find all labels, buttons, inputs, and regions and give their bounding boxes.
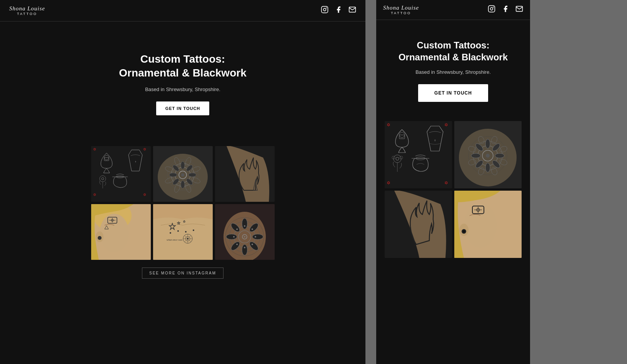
svg-point-54 xyxy=(170,232,171,234)
svg-point-114 xyxy=(486,154,490,158)
svg-text:✡: ✡ xyxy=(387,122,390,128)
svg-point-121 xyxy=(471,153,480,158)
right-instagram-icon[interactable] xyxy=(488,5,495,15)
svg-point-73 xyxy=(244,236,245,238)
left-header-icons xyxy=(321,6,356,15)
svg-text:✡: ✡ xyxy=(387,180,390,186)
svg-point-136 xyxy=(463,230,465,233)
right-logo-name: Shona Louise xyxy=(383,5,419,11)
right-hero-title: Custom Tattoos: Ornamental & Blackwork xyxy=(384,39,522,63)
see-more-button[interactable]: SEE MORE ON INSTAGRAM xyxy=(142,268,223,279)
left-mail-icon[interactable] xyxy=(349,6,356,15)
right-cta-button[interactable]: GET IN TOUCH xyxy=(418,84,488,102)
right-gallery-item-mandala[interactable] xyxy=(454,121,522,188)
left-logo: Shona Louise TATTOO xyxy=(9,5,45,16)
svg-point-1 xyxy=(324,8,326,11)
svg-point-92 xyxy=(493,7,494,7)
right-gallery-item-face[interactable] xyxy=(454,191,522,258)
right-gallery: ✝ ✡ xyxy=(376,121,530,343)
svg-point-2 xyxy=(326,8,327,8)
gallery-item-mandala2[interactable] xyxy=(215,204,275,260)
right-hero: Custom Tattoos: Ornamental & Blackwork B… xyxy=(376,20,530,113)
svg-text:✡: ✡ xyxy=(143,193,146,197)
svg-point-80 xyxy=(226,234,237,239)
gallery-item-chest[interactable]: what once was xyxy=(153,204,213,260)
svg-point-17 xyxy=(158,154,208,200)
svg-point-83 xyxy=(233,236,235,238)
svg-rect-90 xyxy=(489,6,495,12)
left-instagram-icon[interactable] xyxy=(321,6,329,15)
left-hero-title: Custom Tattoos: Ornamental & Blackwork xyxy=(8,52,358,80)
svg-rect-0 xyxy=(322,7,328,13)
svg-point-44 xyxy=(98,236,102,240)
svg-rect-93 xyxy=(385,121,452,188)
right-header: Shona Louise TATTOO xyxy=(376,0,530,20)
svg-point-22 xyxy=(181,173,184,176)
svg-point-25 xyxy=(188,173,196,177)
left-hero-subtitle: Based in Shrewsbury, Shropshire. xyxy=(8,86,358,92)
svg-text:✡: ✡ xyxy=(93,193,96,197)
right-logo-subtitle: TATTOO xyxy=(383,11,419,15)
svg-point-115 xyxy=(485,139,490,148)
svg-point-78 xyxy=(242,244,247,255)
gallery-item-mandala[interactable] xyxy=(153,146,213,202)
svg-point-57 xyxy=(193,229,194,231)
right-gallery-item-sketch[interactable]: ✝ ✡ xyxy=(385,121,452,188)
svg-point-42 xyxy=(100,214,129,252)
svg-text:what once was: what once was xyxy=(167,238,182,241)
left-header: Shona Louise TATTOO xyxy=(0,0,365,22)
svg-point-84 xyxy=(244,247,245,248)
left-gallery: ✝ ✡ ✡ xyxy=(0,146,365,260)
right-header-icons xyxy=(488,5,523,15)
right-panel: Shona Louise TATTOO xyxy=(376,0,530,364)
right-gallery-item-flame[interactable] xyxy=(385,191,452,258)
svg-text:✝: ✝ xyxy=(434,139,436,142)
svg-point-82 xyxy=(255,236,256,238)
svg-text:✡: ✡ xyxy=(444,122,448,128)
left-cta-button[interactable]: GET IN TOUCH xyxy=(156,101,210,115)
svg-point-119 xyxy=(485,163,490,172)
svg-point-88 xyxy=(251,228,253,230)
gallery-item-sketch[interactable]: ✝ ✡ ✡ xyxy=(91,146,151,202)
right-facebook-icon[interactable] xyxy=(502,5,509,15)
left-panel: Shona Louise TATTOO xyxy=(0,0,365,364)
svg-point-27 xyxy=(181,181,185,188)
svg-point-56 xyxy=(185,231,187,233)
left-logo-name: Shona Louise xyxy=(9,5,45,12)
left-logo-subtitle: TATTOO xyxy=(9,12,45,16)
gallery-item-flame[interactable] xyxy=(215,146,275,202)
right-hero-subtitle: Based in Shrewsbury, Shropshire. xyxy=(384,69,522,75)
svg-point-86 xyxy=(251,244,253,245)
svg-point-91 xyxy=(490,8,493,10)
svg-text:✡: ✡ xyxy=(93,147,96,151)
svg-text:✡: ✡ xyxy=(143,147,146,151)
left-hero: Custom Tattoos: Ornamental & Blackwork B… xyxy=(0,22,365,138)
svg-point-74 xyxy=(242,218,247,229)
svg-text:✝: ✝ xyxy=(134,161,136,163)
left-facebook-icon[interactable] xyxy=(335,6,342,15)
see-more-section: SEE MORE ON INSTAGRAM xyxy=(0,268,365,279)
right-logo: Shona Louise TATTOO xyxy=(383,5,419,15)
svg-point-87 xyxy=(236,244,238,245)
svg-point-29 xyxy=(169,173,177,177)
svg-text:✡: ✡ xyxy=(444,180,448,186)
svg-point-85 xyxy=(244,225,245,227)
svg-point-23 xyxy=(181,161,185,169)
gallery-item-face[interactable] xyxy=(91,204,151,260)
svg-point-89 xyxy=(236,228,238,230)
right-mail-icon[interactable] xyxy=(515,5,523,15)
svg-point-55 xyxy=(177,230,179,232)
svg-point-117 xyxy=(495,153,504,158)
svg-point-76 xyxy=(252,234,263,239)
